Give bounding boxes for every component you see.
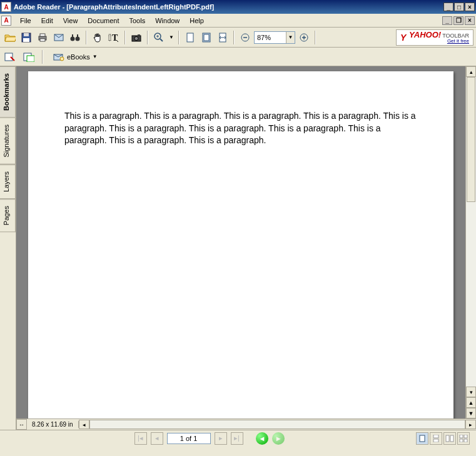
workspace: Bookmarks Signatures Layers Pages This i… (0, 66, 476, 430)
page-container[interactable]: This is a paragraph. This is a paragraph… (16, 66, 465, 418)
open-button[interactable] (3, 30, 18, 45)
separator (178, 31, 180, 44)
zoom-out-button[interactable] (238, 30, 253, 45)
document-area: This is a paragraph. This is a paragraph… (16, 66, 476, 430)
yahoo-toolbar-button[interactable]: Y YAHOO!TOOLBAR Get it free (396, 29, 473, 46)
doc-window-controls: _ ❐ × (442, 16, 475, 25)
tab-pages[interactable]: Pages (0, 199, 16, 232)
last-page-button[interactable]: ▸| (231, 432, 243, 445)
scroll-track[interactable] (466, 77, 476, 387)
svg-rect-33 (450, 435, 453, 442)
zoom-plus-button[interactable] (296, 30, 311, 45)
minimize-button[interactable]: _ (443, 3, 453, 11)
first-page-button[interactable]: |◂ (134, 432, 147, 445)
hand-tool-button[interactable] (90, 30, 105, 45)
zoom-in-button[interactable] (151, 30, 166, 45)
page-up-button[interactable]: ▲ (466, 397, 476, 408)
next-view-button[interactable]: ▸ (272, 432, 285, 445)
email-button[interactable] (51, 30, 66, 45)
fit-page-button[interactable] (199, 30, 214, 45)
scroll-left-button[interactable]: ◂ (79, 420, 89, 429)
scroll-down-button[interactable]: ▾ (466, 387, 476, 397)
tab-signatures[interactable]: Signatures (0, 118, 16, 165)
svg-rect-36 (460, 439, 463, 442)
svg-rect-1 (24, 33, 29, 36)
single-page-button[interactable] (416, 432, 428, 445)
menu-file[interactable]: File (15, 16, 36, 26)
search-button[interactable] (68, 30, 83, 45)
doc-restore-button[interactable]: ❐ (453, 16, 463, 25)
yahoo-brand: YAHOO! (409, 30, 441, 39)
separator (147, 31, 148, 44)
next-page-button[interactable]: ▸ (215, 432, 227, 445)
vertical-scrollbar[interactable]: ▴ ▾ ▲ ▼ (465, 66, 476, 418)
zoom-input[interactable] (255, 34, 286, 41)
ebooks-button[interactable]: eBooks ▼ (49, 51, 102, 63)
menu-tools[interactable]: Tools (124, 16, 151, 26)
maximize-button[interactable]: □ (454, 3, 464, 11)
prev-page-button[interactable]: ◂ (151, 432, 163, 445)
close-button[interactable]: × (465, 3, 475, 11)
binoculars-icon (70, 33, 80, 42)
menu-view[interactable]: View (58, 16, 83, 26)
review-expand-icon (23, 52, 34, 62)
review-button[interactable] (3, 49, 18, 64)
pane-size-button[interactable]: ↔ (16, 419, 27, 430)
zoom-in-icon (154, 33, 164, 43)
menu-document[interactable]: Document (83, 16, 124, 26)
secondary-toolbar: eBooks ▼ (0, 48, 476, 66)
svg-rect-5 (40, 39, 45, 41)
continuous-facing-icon (459, 435, 468, 442)
zoom-combo[interactable]: ▼ (254, 31, 295, 44)
svg-rect-10 (77, 34, 78, 38)
pdf-page: This is a paragraph. This is a paragraph… (28, 71, 453, 418)
scroll-right-button[interactable]: ▸ (465, 420, 476, 429)
fit-page-icon (202, 33, 211, 43)
page-nav-bar: |◂ ◂ ▸ ▸| ◂ ▸ (0, 430, 476, 446)
navigation-pane: Bookmarks Signatures Layers Pages (0, 66, 16, 430)
continuous-facing-button[interactable] (457, 432, 470, 445)
menu-window[interactable]: Window (150, 16, 185, 26)
zoom-dropdown-arrow[interactable]: ▼ (168, 34, 175, 40)
print-button[interactable] (35, 30, 50, 45)
titlebar: A Adobe Reader - [ParagraphAttributesInd… (0, 0, 476, 14)
page-paragraph: This is a paragraph. This is a paragraph… (64, 110, 417, 147)
page-down-button[interactable]: ▼ (466, 408, 476, 418)
prev-view-button[interactable]: ◂ (256, 432, 268, 445)
doc-minimize-button[interactable]: _ (442, 16, 452, 25)
hand-icon (93, 33, 103, 43)
facing-button[interactable] (443, 432, 456, 445)
select-text-button[interactable]: T (106, 30, 121, 45)
text-select-icon: T (108, 33, 119, 43)
svg-rect-4 (40, 34, 45, 36)
page-actual-icon (186, 33, 195, 43)
svg-rect-30 (433, 435, 438, 438)
actual-size-button[interactable] (183, 30, 198, 45)
page-number-input[interactable] (167, 433, 211, 444)
svg-rect-31 (433, 439, 438, 442)
h-scroll-track[interactable] (89, 420, 465, 429)
svg-rect-34 (460, 435, 463, 438)
scroll-thumb[interactable] (467, 77, 475, 202)
continuous-button[interactable] (430, 432, 442, 445)
save-button[interactable] (19, 30, 34, 45)
ebooks-label: eBooks (67, 53, 90, 61)
tab-layers[interactable]: Layers (0, 165, 16, 199)
menu-edit[interactable]: Edit (36, 16, 58, 26)
horizontal-scrollbar[interactable]: ◂ ▸ (79, 419, 476, 430)
doc-close-button[interactable]: × (465, 16, 475, 25)
yahoo-y-icon: Y (400, 33, 409, 42)
fit-width-button[interactable] (215, 30, 230, 45)
snapshot-button[interactable] (129, 30, 144, 45)
page-layout-buttons (416, 432, 470, 445)
review-expand-button[interactable] (21, 49, 36, 64)
separator (42, 50, 43, 64)
menu-help[interactable]: Help (185, 16, 209, 26)
scroll-up-button[interactable]: ▴ (466, 66, 476, 77)
svg-rect-35 (464, 435, 467, 438)
review-icon (4, 52, 16, 62)
tab-bookmarks[interactable]: Bookmarks (0, 66, 16, 118)
svg-point-28 (60, 57, 64, 61)
document-scroll: This is a paragraph. This is a paragraph… (16, 66, 476, 418)
zoom-dropdown[interactable]: ▼ (286, 32, 295, 43)
